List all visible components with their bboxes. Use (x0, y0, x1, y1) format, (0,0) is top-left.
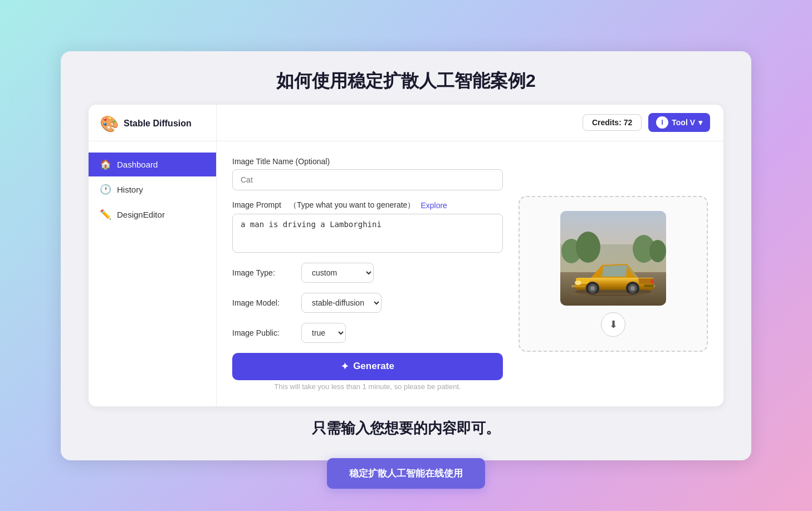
svg-point-5 (649, 240, 666, 262)
sidebar-item-history[interactable]: 🕐 History (89, 178, 216, 202)
footer-button[interactable]: 稳定扩散人工智能在线使用 (327, 458, 485, 489)
generate-section: ✦ Generate This will take you less than … (232, 353, 503, 391)
svg-rect-27 (571, 293, 655, 295)
svg-rect-17 (574, 284, 585, 287)
bottom-subtitle: 只需输入您想要的内容即可。 (312, 419, 500, 438)
image-container: ⬇ (518, 196, 708, 352)
sidebar-nav: 🏠 Dashboard 🕐 History ✏️ DesignEditor (89, 153, 216, 227)
clock-icon: 🕐 (100, 184, 111, 195)
page-title: 如何使用稳定扩散人工智能案例2 (276, 69, 536, 94)
svg-point-26 (630, 286, 635, 291)
chevron-down-icon: ▾ (698, 118, 702, 127)
left-panel: Image Title Name (Optional) Image Prompt… (232, 157, 503, 391)
main-card-header: 🎨 Stable Diffusion Credits: 72 I Tool V … (89, 105, 723, 141)
image-type-field: Image Type: custom realistic artistic an… (232, 263, 503, 283)
user-avatar: I (656, 116, 668, 129)
download-icon: ⬇ (609, 318, 618, 331)
card-body: 🏠 Dashboard 🕐 History ✏️ DesignEditor (89, 141, 723, 406)
home-icon: 🏠 (100, 159, 111, 170)
prompt-field-label: Image Prompt （Type what you want to gene… (232, 200, 415, 210)
sidebar-item-label-history: History (117, 185, 143, 194)
svg-rect-18 (644, 284, 654, 287)
app-name: Stable Diffusion (124, 119, 192, 129)
sidebar: 🏠 Dashboard 🕐 History ✏️ DesignEditor (89, 141, 217, 406)
content-area: Image Title Name (Optional) Image Prompt… (217, 141, 723, 406)
svg-point-23 (590, 286, 595, 291)
wand-icon: ✦ (341, 361, 349, 372)
footer-section: 稳定扩散人工智能在线使用 (327, 440, 485, 489)
image-public-field: Image Public: true false (232, 323, 503, 343)
sidebar-item-label-design-editor: DesignEditor (117, 210, 165, 219)
explore-link[interactable]: Explore (420, 201, 447, 210)
prompt-label-row: Image Prompt （Type what you want to gene… (232, 200, 503, 210)
image-type-select[interactable]: custom realistic artistic anime (301, 263, 374, 283)
image-model-select[interactable]: stable-diffusion dall-e midjourney (301, 293, 381, 313)
sidebar-item-design-editor[interactable]: ✏️ DesignEditor (89, 203, 216, 227)
svg-point-19 (575, 281, 581, 285)
generate-button-label: Generate (353, 361, 394, 372)
user-menu-label: Tool V (672, 118, 695, 127)
right-panel: ⬇ (518, 157, 708, 391)
svg-rect-20 (650, 279, 654, 284)
pencil-icon: ✏️ (100, 209, 111, 220)
main-card: 🎨 Stable Diffusion Credits: 72 I Tool V … (89, 105, 723, 406)
generate-hint: This will take you less than 1 minute, s… (232, 382, 503, 391)
sidebar-logo-area: 🎨 Stable Diffusion (89, 105, 217, 141)
image-model-label: Image Model: (232, 298, 294, 307)
sidebar-item-label-dashboard: Dashboard (117, 160, 158, 169)
credits-badge: Credits: 72 (583, 114, 642, 131)
svg-point-3 (576, 232, 600, 263)
image-public-select[interactable]: true false (301, 323, 346, 343)
download-button[interactable]: ⬇ (601, 312, 625, 337)
generated-image (560, 211, 666, 306)
svg-marker-13 (602, 265, 627, 277)
prompt-field-group: Image Prompt （Type what you want to gene… (232, 200, 503, 253)
generate-button[interactable]: ✦ Generate (232, 353, 503, 380)
title-field-group: Image Title Name (Optional) (232, 157, 503, 190)
outer-card: 如何使用稳定扩散人工智能案例2 🎨 Stable Diffusion Credi… (61, 51, 751, 460)
title-input[interactable] (232, 169, 503, 190)
sidebar-item-dashboard[interactable]: 🏠 Dashboard (89, 153, 216, 176)
image-public-label: Image Public: (232, 328, 294, 337)
image-type-label: Image Type: (232, 268, 294, 277)
user-menu[interactable]: I Tool V ▾ (648, 113, 710, 132)
topbar: Credits: 72 I Tool V ▾ (217, 105, 723, 141)
image-model-field: Image Model: stable-diffusion dall-e mid… (232, 293, 503, 313)
title-field-label: Image Title Name (Optional) (232, 157, 503, 166)
logo-icon: 🎨 (100, 115, 119, 133)
prompt-textarea[interactable]: a man is driving a Lamborghini (232, 214, 503, 253)
